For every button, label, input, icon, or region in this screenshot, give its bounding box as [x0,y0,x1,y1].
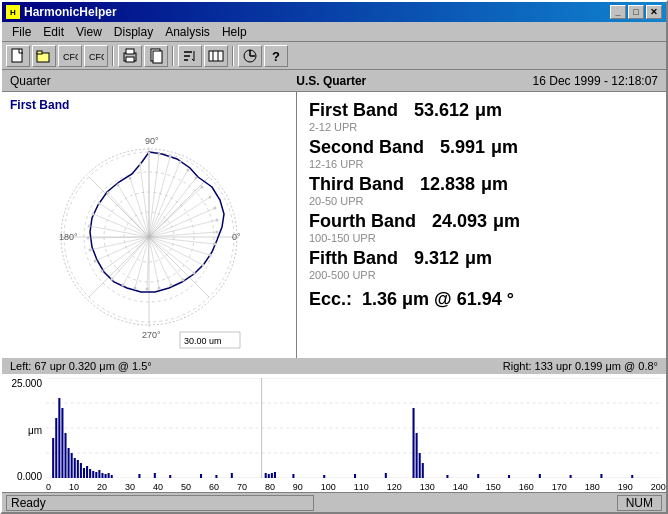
x-axis-labels: 0102030405060708090100110120130140150160… [2,482,666,492]
svg-rect-130 [268,474,270,478]
x-label: 190 [618,482,633,492]
new-button[interactable] [6,45,30,67]
main-content: First Band 90° [2,92,666,358]
svg-rect-139 [169,475,171,478]
status-num: NUM [617,495,662,511]
svg-rect-0 [12,49,22,62]
svg-text:?: ? [272,49,280,64]
band-upr-4: 200-500 UPR [309,269,654,281]
title-bar-text: HarmonicHelper [24,5,610,19]
ecc-row: Ecc.: 1.36 μm @ 61.94 ° [309,287,654,310]
band-row-4: Fifth Band 9.312 μm 200-500 UPR [309,248,654,281]
band-name-4: Fifth Band [309,248,398,269]
x-label: 40 [153,482,163,492]
band-unit-1: μm [491,137,518,158]
filter-button[interactable] [204,45,228,67]
minimize-button[interactable]: _ [610,5,626,19]
first-band-label: First Band [10,98,69,112]
band-upr-2: 20-50 UPR [309,195,654,207]
svg-rect-134 [416,433,418,478]
svg-rect-149 [508,475,510,478]
x-label: 10 [69,482,79,492]
print-button[interactable] [118,45,142,67]
copy-button[interactable] [144,45,168,67]
svg-rect-151 [570,475,572,478]
menu-analysis[interactable]: Analysis [159,23,216,41]
band-value-4: 9.312 [414,248,459,269]
toolbar-sep2 [172,46,174,66]
x-label: 150 [486,482,501,492]
band-unit-4: μm [465,248,492,269]
maximize-button[interactable]: □ [628,5,644,19]
svg-rect-2 [37,51,42,54]
band-row-2: Third Band 12.838 μm 20-50 UPR [309,174,654,207]
x-label: 120 [387,482,402,492]
svg-rect-121 [89,469,91,478]
svg-text:30.00 um: 30.00 um [184,336,222,346]
menu-view[interactable]: View [70,23,108,41]
svg-rect-127 [108,473,110,478]
x-label: 100 [321,482,336,492]
band-name-1: Second Band [309,137,424,158]
svg-rect-117 [77,460,79,478]
svg-rect-136 [422,463,424,478]
svg-rect-129 [265,473,267,478]
title-bar-buttons: _ □ ✕ [610,5,662,19]
menu-edit[interactable]: Edit [37,23,70,41]
cfg2-button[interactable]: CFG [84,45,108,67]
svg-text:CFG: CFG [89,52,104,62]
close-button[interactable]: ✕ [646,5,662,19]
x-label: 70 [237,482,247,492]
svg-rect-150 [539,474,541,478]
frequency-chart [46,378,662,478]
data-panel: First Band 53.612 μm 2-12 UPR Second Ban… [297,92,666,358]
menu-display[interactable]: Display [108,23,159,41]
main-window: H HarmonicHelper _ □ ✕ File Edit View Di… [0,0,668,514]
band-row-1: Second Band 5.991 μm 12-16 UPR [309,137,654,170]
svg-text:180°: 180° [59,232,78,242]
svg-rect-124 [98,470,100,478]
svg-rect-113 [64,433,66,478]
x-label: 170 [552,482,567,492]
svg-rect-143 [292,474,294,478]
sort-button[interactable] [178,45,202,67]
graph-button[interactable] [238,45,262,67]
bands-container: First Band 53.612 μm 2-12 UPR Second Ban… [309,100,654,281]
svg-rect-137 [138,474,140,478]
band-unit-0: μm [475,100,502,121]
date-label: 16 Dec 1999 - 12:18:07 [533,74,658,88]
band-name-3: Fourth Band [309,211,416,232]
svg-rect-131 [271,473,273,478]
band-upr-0: 2-12 UPR [309,121,654,133]
svg-rect-122 [92,471,94,478]
svg-rect-13 [209,51,223,61]
y-unit-label: μm [28,425,42,436]
help-button[interactable]: ? [264,45,288,67]
cfg1-button[interactable]: CFG [58,45,82,67]
menu-help[interactable]: Help [216,23,253,41]
band-value-1: 5.991 [440,137,485,158]
x-label: 20 [97,482,107,492]
band-value-0: 53.612 [414,100,469,121]
svg-text:CFG: CFG [63,52,78,62]
svg-rect-125 [101,473,103,478]
svg-text:90°: 90° [145,136,159,146]
svg-rect-153 [631,475,633,478]
x-label: 110 [354,482,369,492]
status-ready: Ready [6,495,314,511]
svg-rect-20 [2,92,297,358]
quarter-label: Quarter [10,74,130,88]
svg-rect-142 [231,473,233,478]
app-icon: H [6,5,20,19]
y-bottom-label: 0.000 [17,471,42,482]
svg-rect-147 [446,475,448,478]
menu-file[interactable]: File [6,23,37,41]
svg-text:270°: 270° [142,330,161,340]
info-bar: Quarter U.S. Quarter 16 Dec 1999 - 12:18… [2,70,666,92]
coin-title: U.S. Quarter [130,74,533,88]
bottom-container: Left: 67 upr 0.320 μm @ 1.5° Right: 133 … [2,358,666,492]
svg-rect-9 [153,51,162,63]
x-label: 30 [125,482,135,492]
svg-rect-115 [71,453,73,478]
open-button[interactable] [32,45,56,67]
